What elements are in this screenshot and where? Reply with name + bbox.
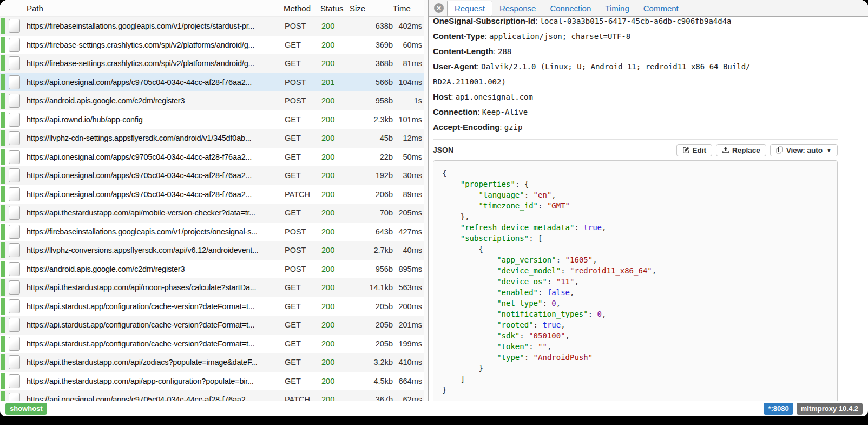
json-line: "rooted": true, xyxy=(442,319,828,330)
flow-time: 104ms xyxy=(393,78,428,87)
flow-row[interactable]: https://llvphz-cdn-settings.appsflyersdk… xyxy=(0,129,428,148)
flow-method: GET xyxy=(285,283,315,292)
column-header-method[interactable]: Method xyxy=(284,4,314,13)
view-mode-button[interactable]: View: auto ▼ xyxy=(770,144,838,156)
document-icon xyxy=(9,262,20,276)
flow-time: 200ms xyxy=(393,302,428,311)
listen-address-badge: *:8080 xyxy=(764,403,793,414)
replace-button[interactable]: Replace xyxy=(716,144,766,156)
flow-row[interactable]: https://api.onesignal.com/apps/c9705c04-… xyxy=(0,390,428,401)
upload-icon xyxy=(722,146,729,154)
flow-status: 200 xyxy=(315,358,347,367)
tab-response[interactable]: Response xyxy=(492,1,543,16)
tab-timing[interactable]: Timing xyxy=(598,1,636,16)
flow-list-scrollbar[interactable] xyxy=(424,0,428,401)
flow-row[interactable]: https://api.rownd.io/hub/app-configGET20… xyxy=(0,110,428,129)
tls-indicator xyxy=(1,149,5,165)
flow-size: 956b xyxy=(347,265,393,273)
flow-row[interactable]: https://llvphz-conversions.appsflyersdk.… xyxy=(0,241,428,260)
json-line: "device_os": "11", xyxy=(442,276,828,287)
document-icon xyxy=(9,243,20,257)
header-colon: : xyxy=(477,62,481,71)
tab-comment[interactable]: Comment xyxy=(636,1,686,16)
document-icon xyxy=(9,393,20,401)
column-header-time[interactable]: Time xyxy=(392,4,428,13)
tls-indicator xyxy=(1,317,5,333)
flow-row[interactable]: https://api.thestardustapp.com/api/zodia… xyxy=(0,353,428,372)
column-header-size[interactable]: Size xyxy=(346,4,392,13)
flow-status: 200 xyxy=(315,22,347,30)
flow-status: 200 xyxy=(315,265,347,273)
flow-row[interactable]: https://api.thestardustapp.com/api/moon-… xyxy=(0,278,428,297)
header-colon: : xyxy=(535,17,540,25)
flow-path: https://api.stardust.app/configuration/c… xyxy=(27,321,285,329)
flow-status: 200 xyxy=(315,190,347,199)
flow-method: GET xyxy=(285,134,315,142)
json-line: { xyxy=(442,168,828,179)
header-line: Connection: Keep-Alive xyxy=(433,104,838,120)
files-icon xyxy=(776,146,784,154)
tls-indicator xyxy=(1,93,5,109)
json-line: } xyxy=(442,384,828,395)
flow-row[interactable]: https://api.thestardustapp.com/api/mobil… xyxy=(0,204,428,223)
flow-method: GET xyxy=(285,358,315,367)
tab-connection[interactable]: Connection xyxy=(543,1,598,16)
column-header-status[interactable]: Status xyxy=(314,4,346,13)
flow-row[interactable]: https://api.stardust.app/configuration/c… xyxy=(0,335,428,354)
flow-status: 200 xyxy=(315,246,347,254)
flow-row[interactable]: https://api.stardust.app/configuration/c… xyxy=(0,316,428,335)
flow-row[interactable]: https://android.apis.google.com/c2dm/reg… xyxy=(0,91,428,110)
json-line: "notification_types": 0, xyxy=(442,309,828,319)
flow-time: 563ms xyxy=(393,283,428,292)
column-header-path[interactable]: Path xyxy=(27,4,284,13)
document-icon xyxy=(9,299,20,313)
tab-request[interactable]: Request xyxy=(447,1,492,16)
flow-row[interactable]: https://firebaseinstallations.googleapis… xyxy=(0,17,428,36)
tls-indicator xyxy=(1,354,5,370)
header-value: local-03a3b015-6417-45cb-a6db-c906fb9a4d… xyxy=(540,17,732,25)
header-name: Content-Type xyxy=(433,31,485,41)
close-flow-icon[interactable]: ✕ xyxy=(434,3,444,13)
edit-button[interactable]: Edit xyxy=(676,144,713,156)
flow-row[interactable]: https://api.onesignal.com/apps/c9705c04-… xyxy=(0,148,428,167)
flow-path: https://api.stardust.app/configuration/c… xyxy=(27,339,285,348)
flow-row[interactable]: https://firebase-settings.crashlytics.co… xyxy=(0,36,428,55)
flow-row[interactable]: https://firebaseinstallations.googleapis… xyxy=(0,223,428,241)
flow-time: 12ms xyxy=(393,134,428,142)
header-name: Content-Length xyxy=(433,47,494,56)
flow-row[interactable]: https://api.onesignal.com/apps/c9705c04-… xyxy=(0,166,428,185)
flow-status: 200 xyxy=(315,134,347,142)
flow-method: POST xyxy=(285,246,315,254)
tls-indicator xyxy=(1,112,5,128)
flow-method: PATCH xyxy=(285,395,315,401)
flow-method: GET xyxy=(285,41,315,49)
flow-row[interactable]: https://android.apis.google.com/c2dm/reg… xyxy=(0,260,428,279)
flow-size: 3.2kb xyxy=(347,358,393,367)
flow-size: 205b xyxy=(347,302,393,311)
flow-time: 101ms xyxy=(393,115,428,124)
flow-method: POST xyxy=(285,22,315,30)
flow-row[interactable]: https://firebase-settings.crashlytics.co… xyxy=(0,54,428,73)
header-name: Accept-Encoding xyxy=(433,122,499,132)
flow-status: 200 xyxy=(315,153,347,161)
flow-table-header: PathMethodStatusSizeTime xyxy=(0,0,428,17)
header-line: OneSignal-Subscription-Id: local-03a3b01… xyxy=(433,17,838,29)
flow-size: 638b xyxy=(347,22,393,30)
flow-status: 200 xyxy=(315,115,347,124)
flow-row[interactable]: https://api.onesignal.com/apps/c9705c04-… xyxy=(0,185,428,204)
document-icon xyxy=(9,131,20,145)
flow-path: https://api.onesignal.com/apps/c9705c04-… xyxy=(27,153,285,161)
flow-row[interactable]: https://api.stardust.app/configuration/c… xyxy=(0,297,428,316)
flow-path: https://llvphz-conversions.appsflyersdk.… xyxy=(27,246,285,254)
flow-path: https://api.thestardustapp.com/api/moon-… xyxy=(27,283,285,292)
detail-tabs: RequestResponseConnectionTimingComment xyxy=(447,0,686,16)
edit-icon xyxy=(682,146,690,154)
flow-size: 192b xyxy=(347,171,393,180)
flow-status: 201 xyxy=(315,78,347,87)
flow-row[interactable]: https://api.onesignal.com/apps/c9705c04-… xyxy=(0,73,428,92)
flow-row[interactable]: https://api.thestardustapp.com/api/app-c… xyxy=(0,372,428,391)
flow-method: POST xyxy=(285,96,315,105)
flow-time: 62ms xyxy=(393,395,428,401)
flow-size: 566b xyxy=(347,78,393,87)
flow-path: https://api.stardust.app/configuration/c… xyxy=(27,302,285,311)
